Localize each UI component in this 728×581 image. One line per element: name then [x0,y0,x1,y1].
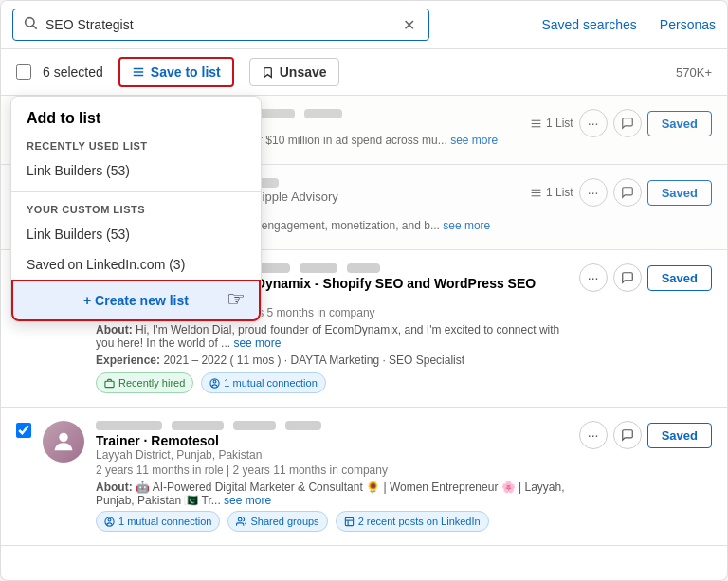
svg-rect-14 [105,381,114,387]
dropdown-header: Add to list [11,97,261,135]
personas-link[interactable]: Personas [660,17,716,32]
blurred-name4-1 [96,421,162,430]
card2-actions: 1 List ··· Saved [530,178,712,207]
svg-point-17 [59,433,67,442]
unsave-button[interactable]: Unsave [249,58,339,86]
dropdown-divider [11,191,261,192]
list-icon [132,65,145,79]
save-to-list-button[interactable]: Save to list [118,57,234,87]
blurred-name4-4 [285,421,321,430]
toolbar: 6 selected Save to list Unsave 570K+ [1,49,727,96]
create-new-list-button[interactable]: + Create new list [11,280,261,321]
avatar-4 [43,421,84,463]
recently-used-label: RECENTLY USED LIST [11,135,261,155]
saved-searches-link[interactable]: Saved searches [541,17,636,32]
card4-more-btn[interactable]: ··· [579,421,608,449]
result-card-4: Trainer · Remotesol Layyah District, Pun… [1,408,727,546]
recently-used-item-0[interactable]: Link Builders (53) [11,155,261,186]
card4-tenure: 2 years 11 months in role | 2 years 11 m… [96,463,568,477]
svg-point-19 [108,518,111,521]
card4-tag-connection: 1 mutual connection [96,511,220,532]
total-count: 570K+ [676,65,712,80]
search-icon [23,15,38,34]
card3-tags: Recently hired 1 mutual connection [96,372,568,393]
unsave-label: Unsave [280,64,327,80]
search-input-wrapper: ✕ [12,9,429,41]
card1-list-badge: 1 List [530,117,573,130]
card4-tag-groups: Shared groups [228,511,327,532]
card3-tag-connection: 1 mutual connection [201,372,325,393]
nav-links: Saved searches Personas [541,17,716,32]
card2-msg-btn[interactable] [613,178,642,207]
custom-list-item-1[interactable]: Saved on LinkedIn.com (3) [11,249,261,280]
svg-rect-21 [345,517,353,525]
card3-saved-btn[interactable]: Saved [647,265,712,291]
card2-more-btn[interactable]: ··· [579,178,608,207]
card3-msg-btn[interactable] [613,263,642,292]
custom-lists-label: YOUR CUSTOM LISTS [11,198,261,219]
card4-content: Trainer · Remotesol Layyah District, Pun… [96,421,568,532]
selected-count: 6 selected [43,64,103,80]
card4-msg-btn[interactable] [613,421,642,449]
blurred-name3-4 [300,263,337,273]
svg-point-0 [26,18,34,27]
card3-exp: Experience: 2021 – 2022 ( 11 mos ) · DAY… [96,354,568,367]
card1-saved-btn[interactable]: Saved [647,111,712,136]
card4-actions: ··· Saved [579,421,712,449]
blurred-name4-2 [172,421,224,430]
card4-checkbox[interactable] [16,423,31,438]
select-all-checkbox-label[interactable]: 6 selected [16,64,103,80]
card4-location: Layyah District, Punjab, Pakistan [96,448,568,462]
card2-list-badge: 1 List [530,186,573,199]
select-all-checkbox[interactable] [16,64,31,80]
card3-see-more[interactable]: see more [233,336,281,350]
card1-more-btn[interactable]: ··· [579,109,608,137]
card4-tags: 1 mutual connection Shared groups 2 rece… [96,511,568,532]
save-to-list-label: Save to list [151,64,221,80]
card4-about: About: 🤖 AI-Powered Digital Marketer & C… [96,481,568,507]
svg-line-1 [33,26,37,29]
card3-about: About: Hi, I'm Weldon Dial, proud founde… [96,323,568,350]
card1-actions: 1 List ··· Saved [530,109,712,137]
card4-tag-posts: 2 recent posts on LinkedIn [336,511,489,532]
card1-msg-btn[interactable] [613,109,642,137]
search-input[interactable] [46,17,399,32]
add-to-list-dropdown: Add to list RECENTLY USED LIST Link Buil… [10,96,262,322]
bookmark-icon [262,66,274,79]
blurred-name-4 [304,109,342,118]
card3-tag-hired: Recently hired [96,372,193,393]
svg-point-16 [213,380,216,383]
search-bar: ✕ Saved searches Personas [1,1,727,49]
card4-name: Trainer · Remotesol [96,433,568,448]
card2-saved-btn[interactable]: Saved [647,180,712,206]
card3-more-btn[interactable]: ··· [579,263,608,292]
card1-see-more[interactable]: see more [450,134,498,147]
custom-list-item-0[interactable]: Link Builders (53) [11,219,261,249]
card2-see-more[interactable]: see more [443,219,490,232]
card3-actions: ··· Saved [579,263,712,292]
card4-saved-btn[interactable]: Saved [647,423,712,448]
card4-see-more[interactable]: see more [224,494,271,507]
blurred-name3-5 [347,263,380,273]
svg-point-20 [239,517,243,521]
search-clear-icon[interactable]: ✕ [399,16,419,34]
blurred-name4-3 [233,421,276,430]
